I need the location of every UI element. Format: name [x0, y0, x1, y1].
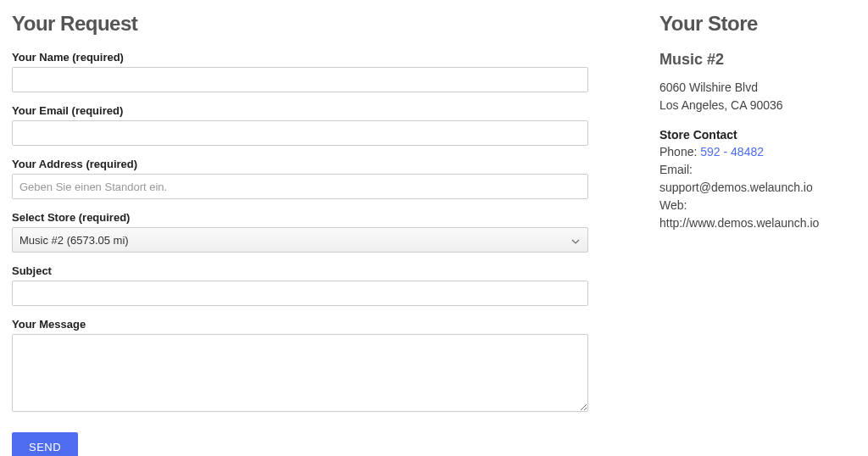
email-label: Your Email (required): [12, 104, 588, 117]
message-field-group: Your Message: [12, 318, 588, 415]
store-address: 6060 Wilshire Blvd Los Angeles, CA 90036: [659, 79, 837, 114]
store-select-label: Select Store (required): [12, 211, 588, 224]
store-web-line: Web: http://www.demos.welaunch.io: [659, 197, 837, 232]
name-field-group: Your Name (required): [12, 51, 588, 92]
store-web-value: http://www.demos.welaunch.io: [659, 216, 819, 230]
store-email-line: Email: support@demos.welaunch.io: [659, 161, 837, 197]
subject-label: Subject: [12, 264, 588, 277]
store-name: Music #2: [659, 51, 837, 69]
store-contact-heading: Store Contact: [659, 128, 837, 142]
request-heading: Your Request: [12, 12, 588, 36]
store-info-section: Your Store Music #2 6060 Wilshire Blvd L…: [659, 12, 837, 456]
message-textarea[interactable]: [12, 334, 588, 412]
store-phone-link[interactable]: 592 - 48482: [700, 145, 764, 158]
store-heading: Your Store: [659, 12, 837, 36]
address-input[interactable]: [12, 174, 588, 199]
message-label: Your Message: [12, 318, 588, 331]
email-label: Email:: [659, 163, 693, 176]
store-address-line2: Los Angeles, CA 90036: [659, 97, 837, 114]
subject-field-group: Subject: [12, 264, 588, 306]
phone-label: Phone:: [659, 145, 700, 158]
name-input[interactable]: [12, 67, 588, 92]
request-form-section: Your Request Your Name (required) Your E…: [12, 12, 588, 456]
send-button[interactable]: SEND: [12, 432, 78, 456]
email-field-group: Your Email (required): [12, 104, 588, 146]
store-email-value: support@demos.welaunch.io: [659, 181, 813, 194]
store-select[interactable]: Music #2 (6573.05 mi): [12, 227, 588, 253]
store-phone-line: Phone: 592 - 48482: [659, 143, 837, 161]
name-label: Your Name (required): [12, 51, 588, 64]
web-label: Web:: [659, 198, 687, 212]
address-field-group: Your Address (required): [12, 158, 588, 199]
email-input[interactable]: [12, 120, 588, 146]
subject-input[interactable]: [12, 281, 588, 306]
store-address-line1: 6060 Wilshire Blvd: [659, 79, 837, 97]
address-label: Your Address (required): [12, 158, 588, 170]
store-select-group: Select Store (required) Music #2 (6573.0…: [12, 211, 588, 253]
